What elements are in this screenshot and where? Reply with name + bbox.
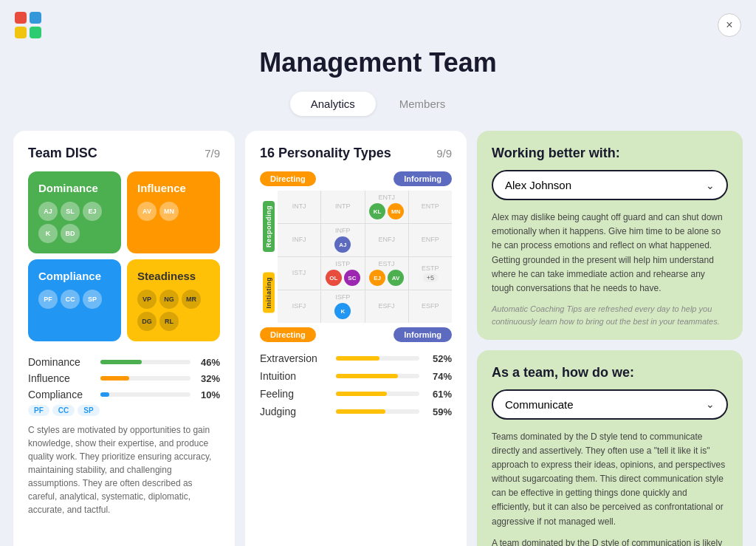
communicate-dropdown-value: Communicate xyxy=(505,398,574,411)
judging-bar-wrap xyxy=(336,409,419,414)
compliance-stat-row: Compliance 10% xyxy=(28,389,220,400)
pg-cell-entj: ENTJ KL MN xyxy=(365,191,408,223)
logo-green xyxy=(30,27,41,38)
judging-label: Judging xyxy=(260,406,330,417)
person-dropdown-value: Alex Johnson xyxy=(505,179,571,191)
personality-card-header: 16 Personality Types 9/9 xyxy=(260,146,452,161)
disc-card-header: Team DISC 7/9 xyxy=(28,146,220,161)
tab-members[interactable]: Members xyxy=(379,92,467,116)
pg-avatars-entj: KL MN xyxy=(368,202,405,220)
avatar: MR xyxy=(182,290,201,309)
feeling-bar-wrap xyxy=(336,392,419,396)
extraversion-row: Extraversion 52% xyxy=(260,352,452,364)
dominance-stat-pct: 46% xyxy=(196,357,220,368)
personality-card: 16 Personality Types 9/9 Directing Infor… xyxy=(245,131,467,546)
directing-bottom-label: Directing xyxy=(260,327,316,342)
influence-stat-row: Influence 32% xyxy=(28,372,220,384)
judging-row: Judging 59% xyxy=(260,406,452,417)
intuition-pct: 74% xyxy=(425,371,452,382)
disc-compliance-cell: Compliance PF CC SP xyxy=(28,259,121,341)
extraversion-bar xyxy=(336,356,379,361)
disc-compliance-label: Compliance xyxy=(38,270,111,282)
pg-cell-esfj: ESFJ xyxy=(365,290,408,323)
avatar: VP xyxy=(137,290,157,309)
disc-compliance-avatars: PF CC SP xyxy=(38,290,111,309)
person-dropdown[interactable]: Alex Johnson ⌄ xyxy=(492,170,728,200)
close-icon: × xyxy=(726,18,732,32)
disc-count: 7/9 xyxy=(205,147,220,160)
pg-cell-infp: INFP AJ xyxy=(321,224,364,256)
disc-dominance-avatars: AJ SL EJ K BD xyxy=(38,202,111,243)
informing-label: Informing xyxy=(394,171,452,186)
feeling-bar xyxy=(336,392,387,396)
disc-steadiness-avatars: VP NG MR DG RL xyxy=(137,290,210,331)
directing-label: Directing xyxy=(260,171,316,186)
influence-stat-bar-wrap xyxy=(100,376,190,381)
compliance-stat-pct: 10% xyxy=(196,389,220,400)
influence-stat-pct: 32% xyxy=(196,373,220,384)
close-button[interactable]: × xyxy=(718,13,741,37)
avatar: DG xyxy=(137,312,157,331)
pg-cell-entp: ENTP xyxy=(409,191,452,223)
compliance-tag-pf: PF xyxy=(28,405,49,416)
intuition-bar xyxy=(336,374,398,378)
dominance-stat-label: Dominance xyxy=(28,356,94,368)
intuition-bar-wrap xyxy=(336,374,419,378)
informing-bottom-label: Informing xyxy=(394,327,452,342)
compliance-stat-bar-wrap xyxy=(100,392,190,397)
pg-cell-isfj: ISFJ xyxy=(278,290,320,323)
disc-card: Team DISC 7/9 Dominance AJ SL EJ K BD xyxy=(13,131,235,546)
pg-cell-enfj: ENFJ xyxy=(365,224,408,256)
personality-grid-wrap: Directing Informing Responding Initiatin… xyxy=(260,171,452,342)
avatar: EJ xyxy=(83,202,102,221)
pg-cell-isfp: ISFP K xyxy=(321,290,364,323)
pg-avatars-istp: OL SC xyxy=(325,269,361,287)
main-content: Team DISC 7/9 Dominance AJ SL EJ K BD xyxy=(0,131,756,546)
pg-avatars-isfp: K xyxy=(334,302,351,320)
page-title: Management Team xyxy=(0,47,756,78)
feeling-row: Feeling 61% xyxy=(260,388,452,400)
initiating-label: Initiating xyxy=(263,273,275,313)
avatar: AV xyxy=(137,202,157,221)
tab-analytics[interactable]: Analytics xyxy=(290,92,376,116)
communicate-dropdown[interactable]: Communicate ⌄ xyxy=(492,389,728,420)
pg-avatars-estj: EJ AV xyxy=(368,269,405,287)
pg-cell-estj: ESTJ EJ AV xyxy=(365,257,408,290)
avatar: PF xyxy=(38,290,58,309)
right-panel: Working better with: Alex Johnson ⌄ Alex… xyxy=(477,131,743,546)
dominance-stat-row: Dominance 46% xyxy=(28,356,220,368)
communicate-text1: Teams dominated by the D style tend to c… xyxy=(492,430,728,529)
intuition-row: Intuition 74% xyxy=(260,370,452,382)
feeling-label: Feeling xyxy=(260,388,330,400)
personality-title: 16 Personality Types xyxy=(260,146,391,161)
compliance-tag-row: PF CC SP xyxy=(28,405,220,416)
avatar: SL xyxy=(61,202,80,221)
team-communicate-card: As a team, how do we: Communicate ⌄ Team… xyxy=(477,350,743,547)
logo-red xyxy=(15,12,27,24)
compliance-stat-label: Compliance xyxy=(28,389,94,400)
axis-bottom-labels: Directing Informing xyxy=(260,327,452,342)
avatar: BD xyxy=(61,224,80,243)
influence-stat-bar xyxy=(100,376,129,381)
disc-influence-cell: Influence AV MN xyxy=(127,171,220,253)
compliance-tag-sp: SP xyxy=(78,405,99,416)
pg-cell-istj: ISTJ xyxy=(278,257,320,290)
avatar: OL xyxy=(326,270,342,286)
disc-quadrant-grid: Dominance AJ SL EJ K BD Influence AV MN xyxy=(28,171,220,341)
avatar: EJ xyxy=(369,270,385,286)
pg-matrix-right: INTJ INTP ENTJ KL MN ENTP xyxy=(278,191,452,323)
disc-dominance-cell: Dominance AJ SL EJ K BD xyxy=(28,171,121,253)
responding-label: Responding xyxy=(263,201,275,252)
tab-bar: Analytics Members xyxy=(0,92,756,116)
disc-influence-label: Influence xyxy=(137,182,210,194)
working-better-title: Working better with: xyxy=(492,146,728,161)
chevron-down-icon: ⌄ xyxy=(706,180,715,191)
logo-yellow xyxy=(15,27,27,38)
logo-blue xyxy=(30,12,41,24)
avatar: MN xyxy=(388,203,404,219)
personality-matrix: INTJ INTP ENTJ KL MN ENTP xyxy=(278,191,452,323)
chevron-down-icon: ⌄ xyxy=(706,398,715,410)
dominance-stat-bar xyxy=(100,360,142,364)
avatar: SP xyxy=(83,290,102,309)
disc-description: C styles are motivated by opportunities … xyxy=(28,423,220,516)
